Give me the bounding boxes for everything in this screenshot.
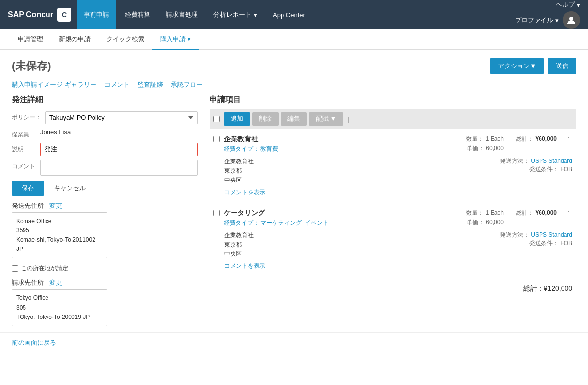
nav-item-seikyusho[interactable]: 請求書処理 — [159, 0, 205, 29]
nav-right-col: ヘルプ ▾ プロファイル ▾ — [515, 0, 580, 29]
svg-point-0 — [569, 17, 573, 21]
nav-left: SAP Concur C 事前申請 経費精算 請求書処理 分析レポート ▾ Ap… — [8, 0, 312, 29]
item-right-0: 数量： 1 Each 単価： 60,000 — [416, 135, 504, 153]
sub-navigation: 申請管理 新規の申請 クイック検索 購入申請 ▾ — [0, 29, 588, 50]
item-checkbox-1[interactable] — [213, 210, 220, 216]
same-address-checkbox[interactable] — [12, 265, 18, 272]
delete-item-button[interactable]: 削除 — [252, 112, 279, 126]
user-avatar — [563, 11, 580, 29]
save-button[interactable]: 保存 — [12, 181, 44, 196]
description-field-group: 説明 — [12, 143, 198, 156]
billing-address-text: Tokyo Office305TOkyo, Tokyo-To 200019 JP — [16, 294, 90, 320]
item-shipping-0: 発送方法： USPS Standard 発送条件： FOB — [500, 157, 572, 185]
item-qty-0: 数量： 1 Each — [416, 135, 504, 143]
shipping-change-link[interactable]: 変更 — [49, 202, 62, 210]
item-name-0: 企業教育社 — [224, 135, 412, 144]
nav-item-keihi[interactable]: 経費精算 — [118, 0, 157, 29]
same-address-checkbox-row: この所在地が請定 — [12, 264, 198, 272]
policy-field: TakuyaM PO Policy — [45, 111, 198, 124]
comment-textarea[interactable] — [40, 160, 198, 176]
item-delete-icon-0[interactable]: 🗑 — [561, 135, 572, 144]
edit-item-button[interactable]: 編集 — [281, 112, 307, 126]
item-total-amount-0: ¥60,000 — [536, 136, 557, 142]
page-title: (未保存) — [12, 59, 51, 73]
sub-nav-purchase[interactable]: 購入申請 ▾ — [152, 29, 199, 50]
policy-field-group: ポリシー： TakuyaM PO Policy — [12, 111, 198, 124]
item-expense-type-value-0: 教育費 — [260, 145, 278, 152]
back-link[interactable]: 前の画面に戻る — [12, 339, 56, 346]
select-all-checkbox[interactable] — [213, 116, 220, 122]
shipping-term-0: 発送条件： FOB — [500, 165, 572, 174]
form-buttons: 保存 キャンセル — [12, 181, 198, 196]
comment-field — [40, 160, 198, 177]
comment-link-1[interactable]: コメントを表示 — [224, 262, 265, 269]
link-comment[interactable]: コメント — [104, 80, 130, 89]
profile-button[interactable]: プロファイル ▾ — [515, 16, 559, 24]
chevron-down-icon-profile: ▾ — [555, 17, 559, 24]
nav-right: ヘルプ ▾ プロファイル ▾ — [515, 0, 580, 29]
item-unit-price-1: 単価： 60,000 — [416, 218, 504, 226]
billing-address-section: 請求先住所 変更 Tokyo Office305TOkyo, Tokyo-To … — [12, 278, 198, 326]
grand-total-row: 総計：¥120,000 — [210, 276, 576, 301]
item-name-1: ケータリング — [224, 209, 412, 218]
comment-field-group: コメント — [12, 160, 198, 177]
sub-nav-new[interactable]: 新規の申請 — [51, 29, 98, 50]
description-input[interactable] — [40, 143, 198, 156]
item-expense-type-1: 経費タイプ： マーケティング_イベント — [224, 219, 412, 227]
nav-item-jizenshinsei[interactable]: 事前申請 — [77, 0, 116, 29]
shipping-address-section: 発送先住所 変更 Komae Office3595Komae-shi, Toky… — [12, 202, 198, 259]
shipping-term-1: 発送条件： FOB — [500, 239, 572, 248]
shipping-address-label: 発送先住所 — [12, 202, 44, 210]
items-section-title: 申請項目 — [210, 95, 576, 105]
policy-select[interactable]: TakuyaM PO Policy — [45, 111, 198, 124]
item-row-1: ケータリング 経費タイプ： マーケティング_イベント 数量： 1 Each 単価… — [210, 203, 576, 277]
description-field — [40, 143, 198, 156]
item-total-amount-1: ¥60,000 — [536, 209, 557, 216]
billing-address-box: Tokyo Office305TOkyo, Tokyo-To 200019 JP — [12, 289, 107, 326]
nav-item-appcenter[interactable]: App Center — [266, 0, 312, 29]
policy-label: ポリシー： — [12, 111, 41, 122]
comment-label: コメント — [12, 160, 36, 171]
sub-nav-quick-search[interactable]: クイック検索 — [98, 29, 152, 50]
item-details-1: 企業教育社 東京都 中央区 発送方法： USPS Standard 発送条件： … — [224, 231, 572, 259]
allocate-button[interactable]: 配賦 ▼ — [309, 112, 343, 126]
order-detail-title: 発注詳細 — [12, 95, 198, 105]
billing-address-label: 請求先住所 — [12, 278, 44, 287]
item-info-0: 企業教育社 経費タイプ： 教育費 — [224, 135, 412, 153]
shipping-address-text: Komae Office3595Komae-shi, Tokyo-To 2011… — [16, 218, 95, 253]
chevron-down-icon: ▾ — [254, 11, 257, 19]
comment-link-0[interactable]: コメントを表示 — [224, 189, 265, 196]
item-right-1: 数量： 1 Each 単価： 60,000 — [416, 209, 504, 226]
action-button[interactable]: アクション▼ — [490, 58, 544, 74]
main-content: (未保存) アクション▼ 送信 購入申請イメージ ギャラリー コメント 監査証跡… — [0, 50, 588, 385]
link-approval-flow[interactable]: 承認フロー — [171, 80, 203, 89]
link-image-gallery[interactable]: 購入申請イメージ ギャラリー — [12, 80, 96, 89]
item-expense-type-value-1: マーケティング_イベント — [260, 219, 329, 226]
logo: SAP Concur C — [8, 8, 71, 22]
item-comment-link-0: コメントを表示 — [224, 188, 572, 197]
chevron-down-icon-subnav: ▾ — [188, 35, 191, 43]
employee-value: Jones Lisa — [40, 128, 198, 136]
toolbar-separator: | — [347, 115, 349, 123]
help-button[interactable]: ヘルプ ▾ — [556, 0, 580, 9]
item-delete-icon-1[interactable]: 🗑 — [561, 209, 572, 218]
add-item-button[interactable]: 追加 — [224, 112, 250, 126]
link-audit[interactable]: 監査証跡 — [138, 80, 163, 89]
nav-item-analysis[interactable]: 分析レポート ▾ — [207, 0, 264, 29]
item-checkbox-0[interactable] — [213, 136, 220, 142]
page-header: (未保存) アクション▼ 送信 — [0, 50, 588, 78]
item-total-label-1: 総計： ¥60,000 — [508, 209, 557, 217]
right-panel: 申請項目 追加 削除 編集 配賦 ▼ | 企業教育社 — [210, 95, 576, 332]
logo-text: SAP Concur — [8, 10, 53, 19]
sub-nav-manage[interactable]: 申請管理 — [10, 29, 51, 50]
send-button[interactable]: 送信 — [548, 58, 576, 74]
item-header-1: ケータリング 経費タイプ： マーケティング_イベント 数量： 1 Each 単価… — [213, 209, 572, 227]
items-toolbar: 追加 削除 編集 配賦 ▼ | — [210, 109, 576, 129]
cancel-button[interactable]: キャンセル — [48, 181, 92, 196]
profile-area: プロファイル ▾ — [515, 11, 580, 29]
item-shipping-1: 発送方法： USPS Standard 発送条件： FOB — [500, 231, 572, 259]
billing-change-link[interactable]: 変更 — [49, 278, 62, 287]
employee-field-group: 従業員 Jones Lisa — [12, 128, 198, 139]
description-label: 説明 — [12, 143, 36, 154]
grand-total-label: 総計：¥120,000 — [523, 284, 572, 293]
